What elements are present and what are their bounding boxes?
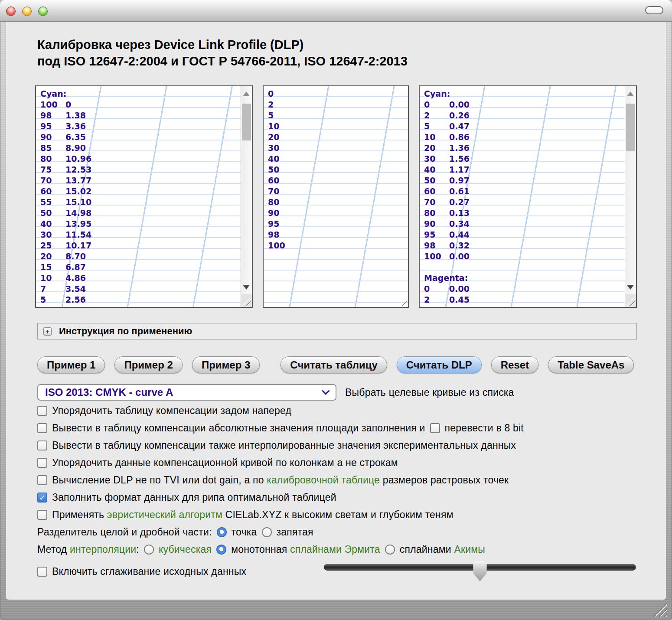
scroll-up-icon[interactable]	[243, 91, 250, 96]
minimize-button[interactable]	[22, 7, 32, 16]
label-text: Включить сглаживание исходных данных	[52, 566, 246, 577]
titlebar[interactable]	[0, 0, 672, 22]
data-line: 70	[268, 186, 404, 197]
example-1-button[interactable]: Пример 1	[37, 356, 105, 373]
calibration-table-checkbox[interactable]	[37, 475, 47, 485]
data-line: 4013.95	[40, 219, 236, 229]
reverse-table-checkbox[interactable]	[37, 406, 47, 416]
curve-select-caption: Выбрать целевые кривые из списка	[345, 387, 514, 398]
page-title: Калибровка через Device Link Profile (DL…	[37, 36, 408, 69]
example-3-button[interactable]: Пример 3	[192, 356, 260, 373]
option-row: Применять эвристический алгоритм CIELab.…	[37, 509, 636, 521]
option-row: Вывести в таблицу компенсации также инте…	[37, 440, 636, 451]
decimal-point-radio[interactable]	[217, 527, 227, 537]
option-label: сплайнами Акимы	[400, 544, 485, 555]
close-button[interactable]	[6, 7, 16, 16]
label-text: :	[136, 544, 139, 555]
data-line: 60	[268, 175, 404, 186]
data-line: 953.36	[40, 121, 236, 132]
rip-format-checkbox[interactable]: ✓	[37, 493, 47, 503]
data-line: 8010.96	[40, 153, 236, 164]
data-line: 95	[268, 219, 404, 229]
scroll-down-icon[interactable]	[243, 285, 250, 290]
scrollbar[interactable]	[241, 86, 252, 307]
compensation-result-text: Cyan:00.0020.2650.47100.86201.36301.5640…	[420, 86, 624, 307]
data-line: 80	[268, 197, 404, 208]
table-saveas-button[interactable]: Table SaveAs	[548, 356, 634, 373]
heuristic-algorithm-link[interactable]: эвристический алгоритм	[107, 509, 222, 520]
option-label: Заполнить формат данных для рипа оптимал…	[52, 492, 336, 503]
data-line: 800.13	[424, 208, 620, 219]
cubic-link[interactable]: кубическая	[159, 544, 212, 555]
scale-steps-textarea[interactable]: 0251020304050607080909598100	[263, 85, 409, 308]
convert-8bit-checkbox[interactable]	[430, 423, 440, 433]
scroll-up-icon[interactable]	[627, 91, 634, 96]
expand-plus-icon[interactable]: +	[43, 327, 52, 336]
option-row: Упорядочить данные компенсационной криво…	[37, 457, 636, 469]
scrollbar-thumb[interactable]	[242, 104, 251, 140]
option-row: Упорядочить таблицу компенсации задом на…	[37, 405, 636, 417]
data-line: 20.45	[424, 294, 620, 305]
data-line: 90	[268, 208, 404, 219]
smoothing-slider	[324, 561, 636, 582]
instruction-expander[interactable]: + Инструкция по применению	[37, 323, 637, 339]
label-text: Упорядочить данные компенсационной криво…	[52, 457, 398, 468]
data-line: 104.86	[40, 273, 236, 284]
label-text: монотонная	[231, 544, 290, 555]
window-resize-grip-icon[interactable]	[653, 603, 667, 617]
scrollbar[interactable]	[625, 86, 636, 307]
calibration-table-link[interactable]: калибровочной таблице	[267, 474, 380, 486]
data-line: 900.34	[424, 219, 620, 229]
option-label: Применять эвристический алгоритм CIELab.…	[52, 509, 453, 521]
data-line: 00.00	[424, 99, 620, 110]
data-line: 7013.77	[40, 175, 236, 186]
data-line: 73.54	[40, 284, 236, 294]
absolute-values-checkbox[interactable]	[37, 423, 47, 433]
option-label: Вывести в таблицу компенсации абсолютные…	[52, 422, 425, 434]
reset-button[interactable]: Reset	[491, 356, 538, 373]
label-text: Разделитель целой и дробной части:	[37, 526, 212, 538]
label-text: запятая	[277, 526, 313, 538]
zoom-button[interactable]	[38, 7, 48, 16]
heuristic-algorithm-checkbox[interactable]	[37, 510, 47, 520]
scale-steps-text: 0251020304050607080909598100	[264, 86, 408, 307]
data-line: 3011.54	[40, 229, 236, 240]
measured-tvi-textarea[interactable]: Cyan:1000981.38953.36906.35858.908010.96…	[35, 85, 253, 308]
option-label: Вывести в таблицу компенсации также инте…	[52, 440, 516, 451]
read-table-button[interactable]: Считать таблицу	[281, 356, 387, 373]
measured-tvi-text: Cyan:1000981.38953.36906.35858.908010.96…	[36, 86, 240, 307]
example-2-button[interactable]: Пример 2	[114, 356, 182, 373]
data-line: 30	[268, 143, 404, 153]
hermite-radio[interactable]	[216, 545, 226, 555]
akima-link[interactable]: Акимы	[454, 544, 485, 555]
option-label: Упорядочить данные компенсационной криво…	[52, 457, 398, 469]
page-title-line2: под ISO 12647-2:2004 и ГОСТ Р 54766-2011…	[37, 53, 408, 69]
slider-thumb[interactable]	[473, 561, 487, 581]
smoothing-checkbox[interactable]	[37, 567, 47, 577]
hermite-link[interactable]: сплайнами Эрмита	[290, 544, 380, 555]
curve-select[interactable]: ISO 2013: CMYK - curve A	[37, 384, 336, 401]
option-label: Упорядочить таблицу компенсации задом на…	[52, 405, 291, 417]
option-label: кубическая	[159, 544, 212, 555]
data-line: 7512.53	[40, 164, 236, 175]
option-row: ✓Заполнить формат данных для рипа оптима…	[37, 492, 636, 503]
data-line: Cyan:	[424, 88, 620, 99]
cubic-radio[interactable]	[144, 545, 154, 555]
read-dlp-button[interactable]: Считать DLP	[397, 356, 482, 373]
akima-radio[interactable]	[385, 545, 395, 555]
button-row: Пример 1Пример 2Пример 3Считать таблицуС…	[37, 356, 634, 373]
decimal-comma-radio[interactable]	[262, 527, 272, 537]
option-label: запятая	[277, 526, 313, 538]
interpolation-link[interactable]: интерполяции	[70, 544, 136, 555]
compensation-result-textarea[interactable]: Cyan:00.0020.2650.47100.86201.36301.5640…	[419, 85, 637, 308]
toolbar-toggle-button[interactable]	[645, 6, 663, 14]
scrollbar-thumb[interactable]	[626, 104, 635, 151]
label-text: сплайнами	[400, 544, 454, 555]
interpolated-values-checkbox[interactable]	[37, 441, 47, 450]
data-line: 5515.10	[40, 197, 236, 208]
data-line: 2510.17	[40, 240, 236, 251]
columns-order-checkbox[interactable]	[37, 458, 47, 468]
data-line: 700.27	[424, 197, 620, 208]
scroll-down-icon[interactable]	[627, 285, 634, 290]
label-text: точка	[232, 526, 257, 538]
